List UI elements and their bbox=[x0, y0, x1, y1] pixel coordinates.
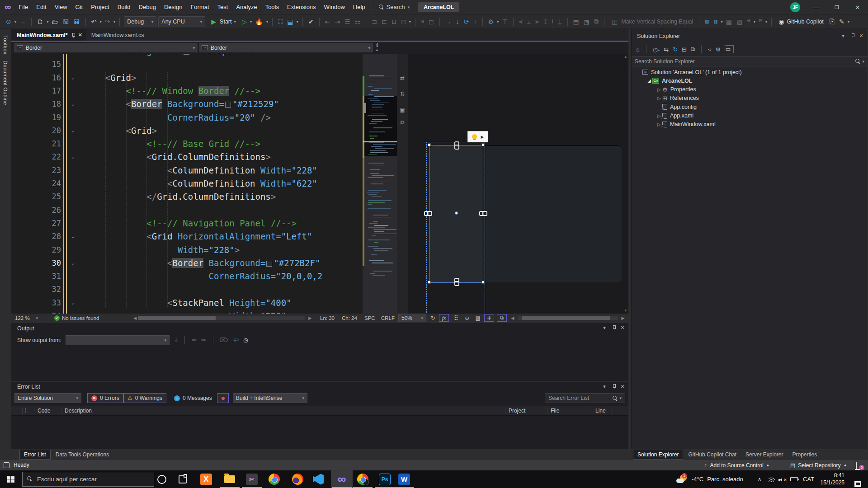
solution-explorer-dropdown-icon[interactable]: ▾ bbox=[839, 33, 847, 39]
panel-tab-properties[interactable]: Properties bbox=[788, 450, 821, 460]
show-hidden-icons-button[interactable]: ∧ bbox=[758, 476, 761, 482]
block-comment-icon[interactable]: ⚏ bbox=[354, 18, 362, 25]
panel-tab-data-tools-operations[interactable]: Data Tools Operations bbox=[52, 450, 113, 460]
bookmark-prev-icon[interactable]: ⊏ bbox=[380, 18, 388, 25]
split-horizontal-icon[interactable]: ⇅ bbox=[398, 90, 406, 98]
designer-hscroll-right[interactable]: ► bbox=[620, 314, 626, 322]
quick-actions-popup[interactable]: ▶ bbox=[467, 131, 488, 142]
snap-grid-icon[interactable]: ▨ bbox=[735, 18, 744, 25]
fold-chevron-icon[interactable]: ⌄ bbox=[69, 230, 76, 243]
github-copilot-button[interactable]: ◉GitHub Copilot bbox=[776, 18, 826, 25]
restart-icon[interactable]: ⟳ bbox=[462, 18, 471, 25]
goto-message-icon[interactable]: ⤓ bbox=[175, 336, 178, 343]
taskbar-app-snip-tool[interactable]: ✂ bbox=[241, 470, 263, 488]
snap-to-gridlines-toggle[interactable]: ✛ bbox=[484, 314, 494, 322]
undo-icon[interactable]: ↶ bbox=[90, 18, 98, 25]
menu-tools[interactable]: Tools bbox=[261, 0, 283, 14]
fold-chevron-icon[interactable]: ⌄ bbox=[69, 150, 76, 164]
error-list-close-icon[interactable]: ✕ bbox=[618, 384, 627, 389]
menu-extensions[interactable]: Extensions bbox=[283, 0, 320, 14]
search-menu-button[interactable]: Search ▾ bbox=[374, 4, 415, 10]
menu-analyze[interactable]: Analyze bbox=[232, 0, 261, 14]
xaml-designer-surface[interactable]: ▶ ▲ ▼ bbox=[408, 54, 628, 314]
resize-handle-bottom-left[interactable] bbox=[428, 281, 431, 284]
element-breadcrumb-right[interactable]: ‹› Border ▾ bbox=[199, 43, 373, 52]
profiler-icon[interactable]: ⛶ bbox=[277, 18, 284, 25]
solution-explorer-close-icon[interactable]: ✕ bbox=[857, 33, 865, 39]
anchor-left-icon[interactable] bbox=[424, 211, 431, 215]
tree-item-app-config[interactable]: ⚙App.config bbox=[632, 103, 868, 111]
anchor-bottom-icon[interactable] bbox=[454, 278, 458, 285]
taskbar-app-firefox[interactable] bbox=[287, 470, 308, 488]
output-source-select[interactable]: ▾ bbox=[66, 335, 170, 345]
format-quotes-icon[interactable]: ❝ bbox=[745, 18, 752, 25]
chevron-down-icon[interactable]: ▾ bbox=[497, 19, 499, 24]
copilot-edit-icon[interactable]: ✎ bbox=[838, 18, 846, 25]
same-size-icon[interactable]: ⧉ bbox=[593, 18, 600, 25]
make-vertical-spacing-equal-button[interactable]: ◫Make Vertical Spacing Equal bbox=[609, 18, 695, 25]
timestamp-icon[interactable]: ◷ bbox=[243, 337, 248, 343]
pin-tool-icon[interactable]: ⊤ bbox=[501, 18, 509, 25]
column-header-code[interactable]: Code bbox=[38, 406, 51, 415]
pause-icon[interactable]: ⏸ bbox=[420, 18, 425, 25]
taskbar-app-word[interactable]: W bbox=[393, 470, 415, 488]
bookmark-clear-icon[interactable]: ⊓ bbox=[400, 18, 407, 25]
start-without-debugging-icon[interactable]: ▷ bbox=[241, 18, 248, 25]
editor-zoom-select[interactable]: 122 %▾ bbox=[15, 314, 38, 322]
step-into-icon[interactable]: ↓ bbox=[455, 18, 461, 25]
swap-panes-icon[interactable]: ⇄ bbox=[398, 74, 406, 82]
show-grid-icon[interactable]: ▦ bbox=[725, 18, 733, 25]
align-centers-icon[interactable]: ⫠ bbox=[526, 18, 532, 25]
color-swatch[interactable] bbox=[184, 54, 189, 55]
open-file-icon[interactable]: 🗁 bbox=[51, 18, 60, 25]
chevron-down-icon[interactable]: ▾ bbox=[14, 19, 17, 24]
avatar[interactable]: JF bbox=[790, 2, 800, 12]
add-source-control-button[interactable]: ↑ Add to Source Control ▲ bbox=[704, 460, 770, 470]
menu-git[interactable]: Git bbox=[71, 0, 87, 14]
designer-scroll-up-icon[interactable]: ▲ bbox=[624, 55, 627, 59]
taskbar-search-input[interactable]: Escriu aquí per cercar bbox=[22, 472, 154, 487]
indent-decrease-icon[interactable]: ⇤ bbox=[324, 18, 332, 25]
output-dropdown-icon[interactable]: ▾ bbox=[600, 325, 609, 331]
fit-selection-icon[interactable]: ↻ bbox=[429, 314, 437, 322]
panel-tab-solution-explorer[interactable]: Solution Explorer bbox=[633, 450, 683, 460]
chevron-down-icon[interactable]: ▾ bbox=[250, 19, 252, 24]
sidebar-tab-toolbox[interactable]: Toolbox bbox=[3, 35, 8, 54]
tree-item-mainwindow-xaml[interactable]: ▷‹›MainWindow.xaml bbox=[632, 120, 868, 129]
new-file-icon[interactable]: 🗋 bbox=[36, 18, 45, 25]
designer-hscrollbar-thumb[interactable] bbox=[522, 316, 610, 320]
spell-check-icon[interactable]: ✔ bbox=[307, 18, 315, 25]
snap-to-snaplines-toggle[interactable]: ⧉ bbox=[497, 314, 507, 322]
output-pin-icon[interactable] bbox=[609, 325, 618, 330]
design-view-icon[interactable]: ▣ bbox=[398, 106, 406, 114]
bookmark-next-icon[interactable]: ⊔ bbox=[390, 18, 398, 25]
start-button[interactable] bbox=[0, 470, 22, 488]
minimize-button[interactable]: — bbox=[806, 0, 826, 14]
menu-build[interactable]: Build bbox=[113, 0, 135, 14]
solution-name-badge[interactable]: ArcaneLOL bbox=[418, 2, 459, 12]
error-scope-select[interactable]: Entire Solution▾ bbox=[14, 393, 81, 403]
track-active-item-toggle[interactable]: ▭ bbox=[725, 45, 734, 53]
background-tasks-icon[interactable] bbox=[4, 462, 9, 468]
volume-muted-icon[interactable]: ✕ bbox=[778, 478, 787, 482]
tree-item-properties[interactable]: ▷⚙Properties bbox=[632, 85, 868, 94]
stop-icon[interactable]: ◻ bbox=[427, 18, 435, 25]
anchor-vertical-icon[interactable]: ⧇ bbox=[712, 18, 719, 25]
show-details-toggle[interactable] bbox=[217, 393, 229, 403]
align-tops-icon[interactable]: ⌶ bbox=[542, 18, 548, 25]
step-out-icon[interactable]: ↑ bbox=[472, 18, 478, 25]
show-effects-toggle[interactable]: fx bbox=[439, 314, 449, 322]
close-button[interactable]: ✕ bbox=[847, 0, 868, 14]
platform-select[interactable]: Any CPU▾ bbox=[158, 16, 205, 27]
hscroll-right-arrow[interactable]: ► bbox=[307, 314, 312, 322]
chevron-down-icon[interactable]: ▾ bbox=[721, 19, 723, 24]
expander-collapsed-icon[interactable]: ▷ bbox=[656, 87, 662, 92]
show-snapping-icon[interactable]: ▨ bbox=[473, 314, 482, 322]
tree-item-references[interactable]: ▷⊞References bbox=[632, 94, 868, 103]
word-wrap-icon[interactable]: ⮒ bbox=[233, 337, 239, 343]
battery-pen-icon[interactable] bbox=[790, 477, 798, 481]
panel-tab-github-copilot-chat[interactable]: GitHub Copilot Chat bbox=[684, 450, 741, 460]
close-tab-icon[interactable]: ✕ bbox=[78, 32, 82, 38]
taskbar-app-visual-studio[interactable]: ∞ bbox=[331, 470, 353, 488]
fold-chevron-icon[interactable]: ⌄ bbox=[69, 124, 76, 137]
